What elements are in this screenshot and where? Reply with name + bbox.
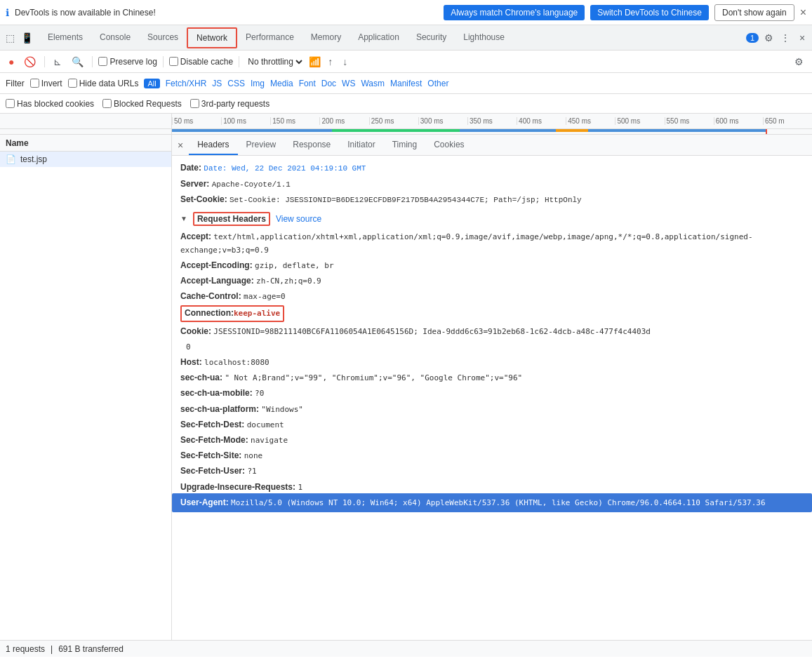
header-setcookie-line: Set-Cookie: Set-Cookie: JSESSIONID=B6DE1… (180, 193, 804, 206)
filter-type-fetch[interactable]: Fetch/XHR (166, 79, 207, 88)
clear-button[interactable]: 🚫 (21, 55, 39, 69)
tab-performance[interactable]: Performance (237, 28, 302, 48)
status-bar: 1 requests | 691 B transferred (0, 640, 812, 657)
tab-security[interactable]: Security (408, 28, 455, 48)
match-language-button[interactable]: Always match Chrome's language (444, 5, 585, 20)
devtools-tab-bar: ⬚ 📱 Elements Console Sources Network Per… (0, 25, 812, 51)
third-party-label[interactable]: 3rd-party requests (190, 99, 269, 109)
info-icon: ℹ (6, 7, 9, 18)
req-sec-fetch-mode-line: Sec-Fetch-Mode: navigate (180, 434, 804, 447)
req-sec-fetch-user-line: Sec-Fetch-User: ?1 (180, 465, 804, 478)
main-area: Name 📄 test.jsp × Headers Preview Respon… (0, 135, 812, 640)
settings-icon[interactable]: ⚙ (761, 31, 776, 45)
disable-cache-checkbox[interactable] (169, 57, 178, 66)
blocked-requests-label[interactable]: Blocked Requests (102, 99, 182, 109)
req-accept-encoding-line: Accept-Encoding: gzip, deflate, br (180, 259, 804, 272)
ruler-mark-500: 500 ms (615, 117, 664, 125)
preserve-log-label[interactable]: Preserve log (98, 57, 157, 67)
transferred-size: 691 B transferred (58, 644, 124, 654)
ruler-mark-100: 100 ms (221, 117, 270, 125)
connection-highlight-box: Connection: keep-alive (180, 305, 284, 321)
download-button[interactable]: ↓ (340, 55, 350, 69)
tab-console[interactable]: Console (91, 28, 139, 48)
filter-icon-button[interactable]: ⊾ (51, 55, 65, 69)
inspect-icon[interactable]: ⬚ (3, 31, 17, 45)
badge-count: 1 (746, 33, 759, 43)
timeline-ruler-right: 50 ms 100 ms 150 ms 200 ms 250 ms 300 ms… (172, 117, 812, 125)
preserve-log-checkbox[interactable] (98, 57, 107, 66)
filter-type-all[interactable]: All (144, 79, 159, 88)
invert-checkbox[interactable] (30, 79, 39, 88)
dont-show-again-button[interactable]: Don't show again (714, 4, 794, 21)
file-list-header: Name (0, 135, 171, 152)
filter-type-ws[interactable]: WS (342, 79, 355, 88)
request-headers-section[interactable]: ▼ Request Headers View source (180, 212, 804, 226)
hide-data-urls-label[interactable]: Hide data URLs (68, 79, 139, 88)
blocked-cookies-checkbox[interactable] (6, 99, 15, 108)
upload-button[interactable]: ↑ (325, 55, 335, 69)
notification-bar: ℹ DevTools is now available in Chinese! … (0, 0, 812, 25)
invert-checkbox-label[interactable]: Invert (30, 79, 62, 88)
filter-label: Filter (6, 79, 25, 88)
list-item[interactable]: 📄 test.jsp (0, 152, 171, 167)
ruler-mark-600: 600 ms (714, 117, 763, 125)
tab-initiator[interactable]: Initiator (339, 135, 383, 155)
req-upgrade-insecure-line: Upgrade-Insecure-Requests: 1 (180, 481, 804, 494)
separator: | (51, 644, 53, 654)
tab-cookies[interactable]: Cookies (425, 135, 472, 155)
chevron-icon: ▼ (180, 215, 187, 222)
notif-close-icon[interactable]: × (800, 6, 806, 19)
filter-type-media[interactable]: Media (270, 79, 293, 88)
filter-type-doc[interactable]: Doc (321, 79, 336, 88)
req-sec-ch-ua-line: sec-ch-ua: " Not A;Brand";v="99", "Chrom… (180, 371, 804, 385)
timeline-bar (0, 129, 812, 135)
tab-application[interactable]: Application (350, 28, 408, 48)
tab-headers[interactable]: Headers (189, 135, 237, 155)
blocked-requests-checkbox[interactable] (102, 99, 112, 108)
req-cache-control-line: Cache-Control: max-age=0 (180, 290, 804, 303)
search-button[interactable]: 🔍 (69, 55, 86, 69)
req-host-line: Host: localhost:8080 (180, 356, 804, 369)
blocked-cookies-label[interactable]: Has blocked cookies (6, 99, 94, 109)
device-icon[interactable]: 📱 (20, 31, 34, 45)
tab-lighthouse[interactable]: Lighthouse (455, 28, 513, 48)
filter-type-js[interactable]: JS (212, 79, 222, 88)
wifi-icon: 📶 (309, 56, 321, 67)
req-accept-line: Accept: text/html,application/xhtml+xml,… (180, 230, 804, 257)
tab-sources[interactable]: Sources (139, 28, 187, 48)
switch-devtools-button[interactable]: Switch DevTools to Chinese (590, 5, 709, 20)
filter-type-manifest[interactable]: Manifest (390, 79, 422, 88)
tab-network[interactable]: Network (187, 27, 237, 48)
hide-data-urls-checkbox[interactable] (68, 79, 77, 88)
record-button[interactable]: ● (6, 55, 17, 69)
ruler-mark-250: 250 ms (369, 117, 418, 125)
tab-preview[interactable]: Preview (238, 135, 285, 155)
filter-type-font[interactable]: Font (299, 79, 316, 88)
disable-cache-label[interactable]: Disable cache (169, 57, 233, 67)
ruler-mark-400: 400 ms (517, 117, 566, 125)
filter-type-other[interactable]: Other (427, 79, 448, 88)
more-icon[interactable]: ⋮ (778, 31, 792, 45)
filter-type-css[interactable]: CSS (227, 79, 245, 88)
ruler-mark-200: 200 ms (319, 117, 368, 125)
tab-bar-right: 1 ⚙ ⋮ × (746, 31, 809, 45)
throttle-select[interactable]: No throttling (245, 56, 305, 67)
req-cookie-line-2: 0 (180, 340, 804, 354)
req-connection-line: Connection: keep-alive (180, 305, 804, 321)
header-server-line: Server: Apache-Coyote/1.1 (180, 178, 804, 191)
close-devtools-icon[interactable]: × (795, 31, 809, 45)
tab-elements[interactable]: Elements (39, 28, 91, 48)
network-settings-icon[interactable]: ⚙ (792, 55, 806, 69)
file-list: Name 📄 test.jsp (0, 135, 172, 640)
tab-timing[interactable]: Timing (384, 135, 426, 155)
timeline-ruler-left (0, 114, 172, 128)
filter-type-img[interactable]: Img (251, 79, 265, 88)
panel-close-icon[interactable]: × (172, 140, 189, 151)
third-party-checkbox[interactable] (190, 99, 199, 108)
view-source-link[interactable]: View source (276, 214, 321, 224)
req-sec-ch-ua-mobile-line: sec-ch-ua-mobile: ?0 (180, 387, 804, 400)
tab-memory[interactable]: Memory (302, 28, 350, 48)
filter-type-wasm[interactable]: Wasm (361, 79, 385, 88)
tab-response[interactable]: Response (284, 135, 339, 155)
req-sec-fetch-dest-line: Sec-Fetch-Dest: document (180, 418, 804, 432)
